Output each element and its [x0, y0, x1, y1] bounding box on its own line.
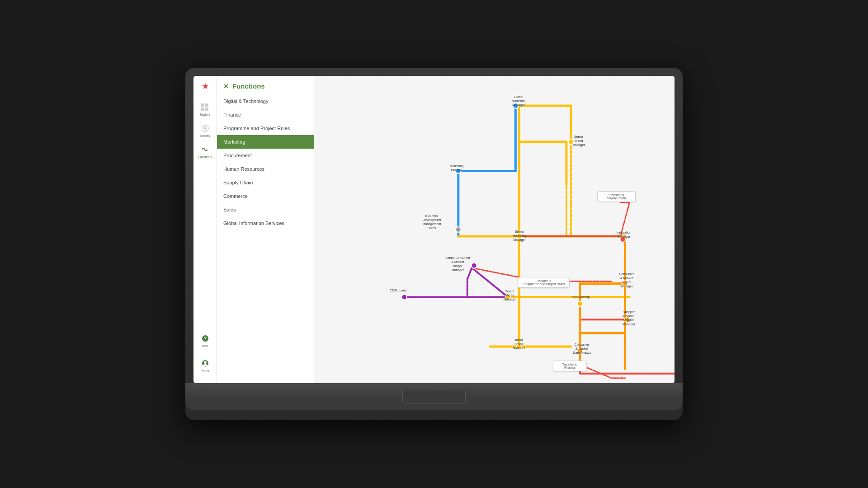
- svg-point-16: [472, 263, 477, 268]
- menu-item-procurement[interactable]: Procurement: [217, 149, 314, 162]
- menu-item-hr[interactable]: Human Resources: [217, 162, 314, 176]
- close-sidebar-button[interactable]: ✕: [223, 83, 229, 90]
- menu-item-sales[interactable]: Sales: [217, 203, 314, 216]
- svg-point-18: [401, 294, 407, 300]
- svg-point-12: [456, 169, 461, 174]
- screen: ★ Explore Stories Functions: [193, 76, 675, 383]
- svg-rect-2: [201, 108, 204, 111]
- menu-item-supply[interactable]: Supply Chain: [217, 176, 314, 189]
- main-content: GlobalMarketingManager MarketingDirector…: [314, 76, 675, 383]
- svg-point-11: [513, 103, 518, 108]
- svg-point-23: [577, 348, 583, 354]
- svg-rect-10: [314, 76, 675, 382]
- svg-point-9: [204, 361, 207, 364]
- svg-point-24: [456, 227, 461, 232]
- explore-icon: [200, 102, 210, 112]
- stories-icon: [200, 123, 210, 133]
- menu-item-programme[interactable]: Programme and Project Roles: [217, 122, 314, 135]
- sidebar-item-stories[interactable]: Stories: [198, 122, 212, 139]
- sidebar-header: ✕ Functions: [217, 76, 314, 94]
- svg-point-14: [516, 234, 522, 239]
- svg-point-19: [505, 294, 510, 300]
- sidebar-title: Functions: [232, 82, 265, 90]
- svg-point-22: [516, 344, 522, 349]
- help-icon: ?: [200, 333, 210, 343]
- profile-icon: [200, 358, 210, 368]
- sidebar-item-functions[interactable]: Functions: [196, 143, 213, 160]
- help-nav-item[interactable]: ? Help: [198, 332, 212, 349]
- svg-point-13: [568, 139, 574, 145]
- menu-item-commerce[interactable]: Commerce: [217, 189, 314, 203]
- sidebar-menu: Digital & Technology Finance Programme a…: [217, 94, 314, 230]
- bottom-nav: ? Help Profile: [198, 332, 212, 378]
- functions-icon: [200, 145, 210, 155]
- svg-point-20: [577, 301, 583, 306]
- map-container[interactable]: GlobalMarketingManager MarketingDirector…: [314, 76, 675, 383]
- svg-rect-0: [201, 103, 204, 107]
- trackpad[interactable]: [402, 390, 466, 404]
- app-logo[interactable]: ★: [202, 81, 209, 91]
- svg-point-15: [620, 237, 625, 242]
- laptop-frame: ★ Explore Stories Functions: [185, 68, 683, 420]
- laptop-base: [185, 383, 683, 410]
- svg-rect-3: [205, 108, 208, 111]
- svg-text:?: ?: [203, 336, 206, 341]
- metro-map-svg: [314, 76, 675, 383]
- profile-nav-item[interactable]: Profile: [198, 357, 212, 374]
- svg-point-5: [204, 127, 207, 130]
- svg-point-21: [624, 317, 630, 322]
- svg-rect-1: [205, 103, 208, 107]
- menu-item-gis[interactable]: Global Information Services: [217, 216, 314, 230]
- menu-item-finance[interactable]: Finance: [217, 108, 314, 122]
- menu-item-digital[interactable]: Digital & Technology: [217, 94, 314, 108]
- sidebar-item-explore[interactable]: Explore: [198, 100, 212, 118]
- svg-point-17: [622, 281, 627, 286]
- sidebar: ✕ Functions Digital & Technology Finance…: [217, 76, 314, 383]
- menu-item-marketing[interactable]: Marketing: [217, 135, 314, 149]
- icon-bar: ★ Explore Stories Functions: [193, 76, 217, 383]
